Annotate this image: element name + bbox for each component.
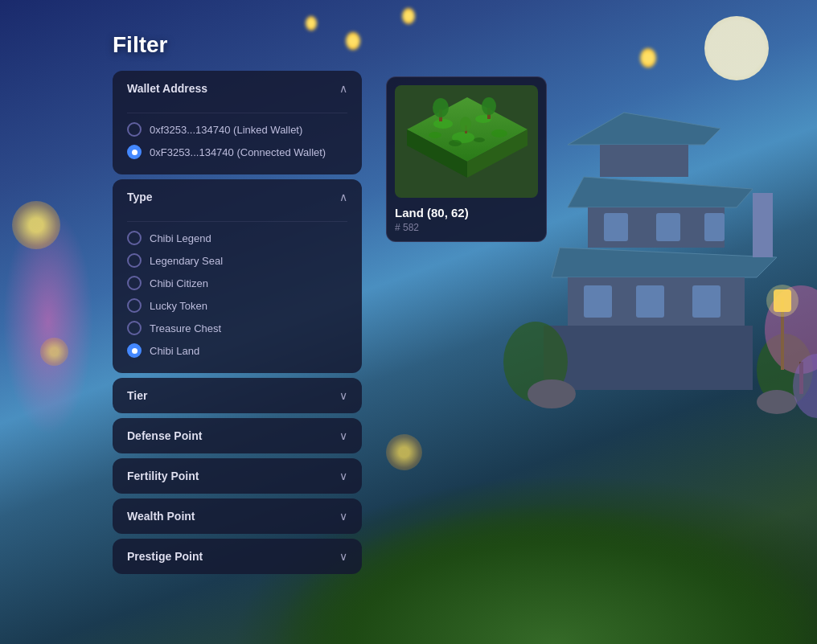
wallet-radio-linked[interactable]: [127, 122, 142, 137]
tier-header[interactable]: Tier ∨: [113, 378, 362, 413]
wallet-label-connected: 0xF3253...134740 (Connected Wallet): [150, 146, 326, 158]
wallet-divider: [127, 113, 347, 113]
prestige-header[interactable]: Prestige Point ∨: [113, 539, 362, 574]
wallet-section: Wallet Address ∧ 0xf3253...134740 (Linke…: [113, 71, 362, 174]
fertility-chevron-icon: ∨: [339, 470, 347, 482]
type-option-chibi-land[interactable]: Chibi Land: [127, 339, 347, 362]
type-divider: [127, 221, 347, 222]
type-header[interactable]: Type ∧: [113, 179, 362, 215]
type-label-chibi-land: Chibi Land: [150, 345, 199, 357]
wealth-chevron-icon: ∨: [339, 510, 347, 523]
filter-title: Filter: [113, 32, 817, 58]
type-chevron-icon: ∧: [339, 191, 347, 203]
type-radio-legendary-seal[interactable]: [127, 253, 142, 268]
type-option-treasure-chest[interactable]: Treasure Chest: [127, 317, 347, 339]
type-radio-chibi-land[interactable]: [127, 343, 142, 358]
page-wrapper: Filter Wallet Address ∧ 0xf3253...134740…: [0, 0, 817, 574]
wallet-option-connected[interactable]: 0xF3253...134740 (Connected Wallet): [127, 141, 347, 163]
type-label: Type: [127, 191, 153, 203]
filter-panel: Wallet Address ∧ 0xf3253...134740 (Linke…: [113, 71, 362, 574]
wallet-label: Wallet Address: [127, 82, 207, 95]
defense-section: Defense Point ∨: [113, 418, 362, 453]
type-radio-treasure-chest[interactable]: [127, 321, 142, 335]
fertility-section: Fertility Point ∨: [113, 458, 362, 494]
wallet-header[interactable]: Wallet Address ∧: [113, 71, 362, 106]
type-radio-chibi-citizen[interactable]: [127, 276, 142, 290]
type-option-lucky-token[interactable]: Lucky Token: [127, 294, 347, 317]
type-label-legendary-seal: Legendary Seal: [150, 255, 223, 267]
type-radio-lucky-token[interactable]: [127, 298, 142, 313]
type-section: Type ∧ Chibi Legend Legendary Seal Chibi…: [113, 179, 362, 373]
prestige-chevron-icon: ∨: [339, 550, 347, 563]
wallet-chevron-icon: ∧: [339, 82, 347, 95]
type-label-chibi-legend: Chibi Legend: [150, 232, 211, 244]
wallet-body: 0xf3253...134740 (Linked Wallet) 0xF3253…: [113, 106, 362, 174]
type-option-chibi-legend[interactable]: Chibi Legend: [127, 227, 347, 249]
wallet-option-linked[interactable]: 0xf3253...134740 (Linked Wallet): [127, 118, 347, 141]
prestige-label: Prestige Point: [127, 550, 203, 563]
fertility-header[interactable]: Fertility Point ∨: [113, 458, 362, 494]
defense-label: Defense Point: [127, 429, 202, 442]
fertility-label: Fertility Point: [127, 470, 199, 482]
wallet-label-linked: 0xf3253...134740 (Linked Wallet): [150, 124, 302, 136]
type-option-legendary-seal[interactable]: Legendary Seal: [127, 249, 347, 272]
wealth-section: Wealth Point ∨: [113, 498, 362, 534]
prestige-section: Prestige Point ∨: [113, 539, 362, 574]
tier-section: Tier ∨: [113, 378, 362, 413]
type-body: Chibi Legend Legendary Seal Chibi Citize…: [113, 215, 362, 373]
wealth-header[interactable]: Wealth Point ∨: [113, 498, 362, 534]
type-label-lucky-token: Lucky Token: [150, 300, 207, 312]
defense-header[interactable]: Defense Point ∨: [113, 418, 362, 453]
defense-chevron-icon: ∨: [339, 429, 347, 442]
wallet-radio-connected[interactable]: [127, 145, 142, 159]
type-radio-chibi-legend[interactable]: [127, 231, 142, 245]
type-label-chibi-citizen: Chibi Citizen: [150, 277, 208, 289]
type-label-treasure-chest: Treasure Chest: [150, 322, 221, 334]
wealth-label: Wealth Point: [127, 510, 195, 523]
tier-label: Tier: [127, 389, 147, 402]
tier-chevron-icon: ∨: [339, 389, 347, 402]
type-option-chibi-citizen[interactable]: Chibi Citizen: [127, 272, 347, 294]
